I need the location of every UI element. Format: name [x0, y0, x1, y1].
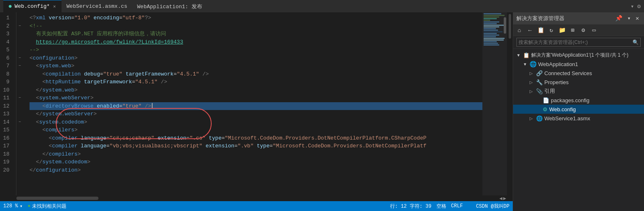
fold-1 — [16, 14, 23, 22]
tree-item-properties[interactable]: ▷ 🔧 Properties — [513, 78, 644, 87]
code-line-19: </system.codedom> — [30, 158, 482, 166]
pin-icon[interactable]: 📌 — [614, 14, 624, 23]
tree-arrow-solution[interactable]: ▼ — [516, 53, 521, 57]
title-bar-right: ▾ ⚙ — [630, 3, 641, 10]
refresh-icon[interactable]: ↻ — [547, 26, 556, 35]
horizontal-scrollbar[interactable]: ◀ ▶ — [0, 195, 513, 201]
fold-indicators: − − − − − — [16, 12, 23, 195]
fold-11[interactable]: − — [16, 94, 23, 102]
line-num-18: 18 — [0, 150, 13, 158]
scroll-left-icon[interactable]: ◀ — [500, 195, 502, 202]
project-label: WebApplication1 — [538, 61, 578, 67]
code-line-15: <compilers> — [30, 126, 482, 134]
close-panel-icon[interactable]: ✕ — [634, 14, 641, 23]
properties-label: Properties — [544, 79, 569, 85]
encoding-info[interactable]: CRLF — [451, 203, 463, 209]
tree-item-connected-services[interactable]: ▷ 🔗 Connected Services — [513, 69, 644, 78]
code-line-7: <system.web> — [30, 62, 482, 70]
tree-item-packages-config[interactable]: 📄 packages.config — [513, 96, 644, 105]
code-line-4: https://go.microsoft.com/fwlink/?LinkId=… — [30, 38, 482, 46]
fold-6[interactable]: − — [16, 54, 23, 62]
tree-item-web-config[interactable]: ⚙ Web.config — [513, 105, 644, 114]
search-input[interactable] — [518, 39, 631, 45]
panel-icons: 📌 ▾ ✕ — [614, 14, 641, 23]
code-content[interactable]: <?xml version="1.0" encoding="utf-8"?> <… — [23, 12, 482, 195]
panel-toolbar: ⌂ ← 📋 ↻ 📁 ⊞ ⚙ ▭ — [513, 25, 644, 36]
collapse-icon[interactable]: ▭ — [589, 26, 598, 35]
scroll-arrows: ◀ ▶ — [500, 195, 513, 202]
cursor — [152, 103, 153, 109]
line-num-10: 10 — [0, 86, 13, 94]
settings-icon[interactable]: ⚙ — [579, 26, 588, 35]
fold-9 — [16, 78, 23, 86]
code-line-1: <?xml version="1.0" encoding="utf-8"?> — [30, 14, 482, 22]
line-col-info[interactable]: 行: 12 字符: 39 — [390, 203, 432, 210]
minimap-scrollbar[interactable] — [504, 17, 506, 34]
fold-8 — [16, 70, 23, 78]
fold-7[interactable]: − — [16, 62, 23, 70]
brand-text: CSDN @我叫DP — [476, 203, 509, 210]
tree-item-project[interactable]: ▼ 🌐 WebApplication1 — [513, 60, 644, 69]
tab-webservice1[interactable]: WebService1.asmx.cs — [62, 0, 132, 12]
vertical-scrollbar[interactable] — [507, 12, 513, 195]
tree-arrow-connected[interactable]: ▷ — [530, 71, 534, 76]
zoom-arrow-icon[interactable]: ▾ — [20, 203, 23, 209]
tree-item-references[interactable]: ▷ 📎 引用 — [513, 87, 644, 96]
filter-icon[interactable]: ⊞ — [568, 26, 577, 35]
fold-14[interactable]: − — [16, 118, 23, 126]
tree-arrow-references[interactable]: ▷ — [530, 89, 534, 94]
tree-arrow-project[interactable]: ▼ — [523, 62, 528, 67]
solution-explorer: 解决方案资源管理器 📌 ▾ ✕ ⌂ ← 📋 ↻ 📁 ⊞ ⚙ ▭ 🔍 — [513, 12, 644, 211]
tab-publish[interactable]: WebApplication1: 发布 — [132, 0, 207, 12]
fold-2[interactable]: − — [16, 22, 23, 30]
arrow-left-icon[interactable]: ← — [525, 26, 534, 35]
line-num-19: 19 — [0, 158, 13, 166]
fold-10 — [16, 86, 23, 94]
code-line-18: </compilers> — [30, 150, 482, 158]
files-icon[interactable]: 📁 — [557, 26, 566, 35]
code-editor: 1 2 3 4 5 6 7 8 9 10 11 12 13 14 15 16 1… — [0, 12, 513, 195]
tab-dot: ● — [8, 3, 12, 10]
settings-icon[interactable]: ⚙ — [637, 3, 641, 10]
fold-19 — [16, 158, 23, 166]
zoom-control[interactable]: 128 % ▾ — [3, 203, 23, 209]
code-line-3: 有关如何配置 ASP.NET 应用程序的详细信息，请访问 — [30, 30, 482, 38]
line-num-6: 6 — [0, 54, 13, 62]
webservice-label: WebService1.asmx — [544, 115, 590, 122]
solution-label: 解决方案'WebApplication1'(1 个项目/共 1 个) — [531, 52, 628, 59]
title-bar: ● Web.config* ✕ WebService1.asmx.cs WebA… — [0, 0, 644, 12]
packages-label: packages.config — [551, 97, 589, 103]
tree-arrow-properties[interactable]: ▷ — [530, 80, 534, 85]
v-scrollbar-thumb[interactable] — [509, 14, 511, 39]
line-num-20: 20 — [0, 166, 13, 174]
code-line-12: <directoryBrowse enabled="true" /> — [30, 102, 482, 110]
scroll-right-icon[interactable]: ▶ — [503, 195, 506, 202]
code-line-8: <compilation debug="true" targetFramewor… — [30, 70, 482, 78]
encoding-text: CRLF — [451, 203, 463, 209]
tab-web-config[interactable]: ● Web.config* ✕ — [3, 0, 62, 12]
dropdown-icon[interactable]: ▾ — [630, 3, 634, 10]
code-line-5: --> — [30, 46, 482, 54]
references-icon: 📎 — [536, 88, 543, 94]
menu-icon[interactable]: ▾ — [626, 14, 632, 23]
check-icon: ● — [27, 203, 30, 209]
search-box[interactable]: 🔍 — [516, 38, 641, 47]
tree-arrow-webservice[interactable]: ▷ — [530, 116, 534, 121]
issues-status[interactable]: ● 未找到相关问题 — [27, 203, 66, 210]
fold-4 — [16, 38, 23, 46]
tree-item-webservice[interactable]: ▷ 🌐 WebService1.asmx — [513, 114, 644, 123]
h-scrollbar-thumb[interactable] — [16, 197, 98, 200]
issues-text: 未找到相关问题 — [32, 203, 66, 210]
tree-item-solution[interactable]: ▼ 📋 解决方案'WebApplication1'(1 个项目/共 1 个) — [513, 50, 644, 60]
properties-icon[interactable]: 📋 — [536, 26, 545, 35]
code-line-14: <system.codedom> — [30, 118, 482, 126]
connected-services-icon: 🔗 — [536, 70, 543, 76]
tab-close-btn[interactable]: ✕ — [52, 4, 57, 9]
line-num-16: 16 — [0, 134, 13, 142]
spaces-info[interactable]: 空格 — [436, 203, 446, 210]
tab-label: Web.config* — [15, 3, 50, 9]
home-icon[interactable]: ⌂ — [515, 26, 524, 35]
webconfig-icon: ⚙ — [543, 106, 548, 112]
minimap — [482, 12, 507, 195]
fold-5 — [16, 46, 23, 54]
